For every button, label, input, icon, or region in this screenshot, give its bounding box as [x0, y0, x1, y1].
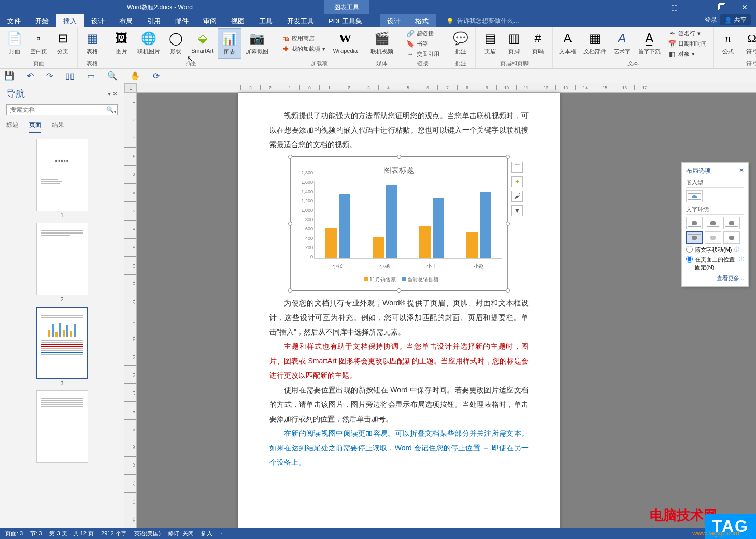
thumbnail-page-1[interactable]: ■ ■ ■ ■ ■—— 1 [34, 139, 91, 218]
tab-chart-format[interactable]: 格式 [408, 14, 436, 27]
redo-icon[interactable]: ↷ [46, 71, 53, 81]
sigline-button[interactable]: ✒签名行 ▾ [667, 28, 708, 38]
tell-me-search[interactable]: 💡告诉我您想要做什么… [446, 14, 519, 27]
chart-layout-options-button[interactable]: ⌒ [511, 162, 523, 173]
qat-icon-2[interactable]: ▭ [87, 71, 95, 81]
wrap-tight-icon[interactable] [705, 217, 721, 229]
datetime-button[interactable]: 📅日期和时间 [667, 39, 708, 48]
hyperlink-button[interactable]: 🔗超链接 [405, 28, 440, 38]
wrap-behind-icon[interactable] [705, 231, 721, 244]
thumbnail-page-4[interactable] [34, 390, 91, 463]
tab-review[interactable]: 审阅 [196, 14, 224, 27]
picture-button[interactable]: 🖼图片 [110, 28, 133, 59]
crossref-button[interactable]: ↔交叉引用 [405, 49, 440, 59]
vertical-ruler[interactable]: 123456789101112131415161718192021222324 [124, 93, 137, 529]
nav-pin-close[interactable]: ▾ ✕ [108, 90, 118, 97]
close-button[interactable]: ✕ [733, 0, 756, 14]
see-more-link[interactable]: 查看更多... [686, 274, 744, 282]
status-language[interactable]: 英语(美国) [134, 530, 161, 537]
chart-elements-button[interactable]: + [511, 176, 523, 187]
status-pages[interactable]: 第 3 页，共 12 页 [49, 530, 94, 537]
shapes-button[interactable]: ◯形状 [164, 28, 187, 59]
chart-plot-area[interactable]: 02004006008001,0001,2001,4001,6001,800 [314, 181, 502, 259]
tab-home[interactable]: 开始 [28, 14, 56, 27]
tab-design[interactable]: 设计 [84, 14, 112, 27]
pagenum-button[interactable]: #页码 [526, 28, 549, 59]
save-icon[interactable]: 💾 [4, 71, 15, 81]
chart-filters-button[interactable]: ▼ [511, 205, 523, 216]
ruler-corner[interactable]: L [124, 83, 137, 93]
minimize-button[interactable]: — [686, 0, 709, 14]
online-video-button[interactable]: 🎬联机视频 [367, 28, 396, 59]
nav-tab-results[interactable]: 结果 [52, 121, 64, 133]
move-with-text-radio[interactable]: 随文字移动(M)ⓘ [686, 246, 744, 254]
quickparts-button[interactable]: ▦文档部件 [580, 28, 609, 59]
maximize-button[interactable] [709, 0, 733, 14]
status-insert[interactable]: 插入 [201, 530, 212, 537]
status-page[interactable]: 页面: 3 [5, 530, 23, 537]
comment-button[interactable]: 💬批注 [449, 28, 472, 59]
tab-layout[interactable]: 布局 [112, 14, 140, 27]
qat-icon-4[interactable]: ✋ [130, 71, 140, 81]
wrap-square-icon[interactable] [686, 217, 703, 229]
nav-tab-headings[interactable]: 标题 [6, 121, 19, 133]
dropcap-button[interactable]: A̲首字下沉 [635, 28, 664, 59]
wikipedia-button[interactable]: WWikipedia [330, 28, 361, 59]
chart-object[interactable]: ⌒ + 🖌 ▼ 图表标题 02004006008001,0001,2001,40… [290, 157, 508, 290]
wordart-button[interactable]: A艺术字 [610, 28, 634, 59]
horizontal-ruler[interactable]: 32101234567891011121314151617 [137, 83, 756, 93]
qat-icon-5[interactable]: ⟳ [153, 71, 160, 81]
status-track[interactable]: 修订: 关闭 [168, 530, 194, 537]
wrap-through-icon[interactable] [723, 217, 740, 229]
chart-legend[interactable]: 11月销售额 当前总销售额 [296, 274, 502, 285]
search-icon[interactable]: 🔍 [103, 105, 117, 115]
wrap-topbottom-icon[interactable] [686, 231, 703, 244]
footer-button[interactable]: ▥页脚 [503, 28, 525, 59]
info-icon[interactable]: ⓘ [734, 246, 739, 253]
symbol-button[interactable]: Ω符号 [740, 28, 756, 59]
blank-page-button[interactable]: ▫空白页 [27, 28, 50, 59]
wrap-inline-icon[interactable] [686, 190, 703, 202]
tab-pdf[interactable]: PDF工具集 [321, 14, 369, 27]
qat-icon-3[interactable]: 🔍 [107, 71, 118, 81]
tab-references[interactable]: 引用 [140, 14, 168, 27]
login-link[interactable]: 登录 [705, 16, 717, 24]
layout-options-close[interactable]: ✕ [739, 167, 744, 176]
tab-devtools[interactable]: 开发工具 [280, 14, 321, 27]
my-addins-button[interactable]: ✚我的加载项 ▾ [280, 44, 326, 53]
screenshot-button[interactable]: 📷屏幕截图 [243, 28, 272, 59]
wrap-front-icon[interactable] [723, 231, 740, 244]
page-break-button[interactable]: ⊟分页 [51, 28, 74, 59]
smartart-button[interactable]: ⬙SmartArt [188, 28, 217, 59]
cover-page-button[interactable]: 📄封面 [3, 28, 26, 59]
tab-mail[interactable]: 邮件 [168, 14, 196, 27]
tab-tools[interactable]: 工具 [252, 14, 280, 27]
nav-tab-pages[interactable]: 页面 [29, 121, 41, 133]
tab-chart-design[interactable]: 设计 [380, 14, 408, 27]
header-button[interactable]: ▤页眉 [479, 28, 502, 59]
chart-title[interactable]: 图表标题 [296, 163, 502, 178]
tab-insert[interactable]: 插入 [56, 14, 84, 27]
undo-icon[interactable]: ↶ [27, 71, 34, 81]
nav-search-input[interactable] [7, 105, 103, 115]
document-page[interactable]: 视频提供了功能强大的方法帮助您证明您的观点。当您单击联机视频时，可以在想要添加的… [238, 93, 560, 529]
table-button[interactable]: ▦表格 [81, 28, 104, 59]
ribbon-options-icon[interactable]: ⬚ [663, 0, 686, 14]
textbox-button[interactable]: A文本框 [556, 28, 579, 59]
chart-button[interactable]: 📊图表 [218, 28, 241, 59]
store-button[interactable]: 🛍应用商店 [280, 34, 326, 43]
thumbnail-page-2[interactable]: 2 [34, 223, 91, 302]
thumbnail-page-3[interactable]: 3 [34, 307, 91, 386]
chart-styles-button[interactable]: 🖌 [511, 191, 523, 202]
object-button[interactable]: ◧对象 ▾ [667, 49, 708, 59]
status-section[interactable]: 节: 3 [30, 530, 42, 537]
status-icon[interactable]: ▫ [220, 530, 222, 536]
online-picture-button[interactable]: 🌐联机图片 [134, 28, 163, 59]
info-icon[interactable]: ⓘ [739, 256, 744, 263]
share-button[interactable]: 👤共享 [720, 14, 751, 25]
nav-search-box[interactable]: 🔍 [6, 104, 118, 115]
fix-position-radio[interactable]: 在页面上的位置固定(N)ⓘ [686, 256, 744, 271]
qat-icon-1[interactable]: ▯▯ [65, 71, 75, 81]
bookmark-button[interactable]: 🔖书签 [405, 39, 440, 48]
tab-view[interactable]: 视图 [224, 14, 252, 27]
